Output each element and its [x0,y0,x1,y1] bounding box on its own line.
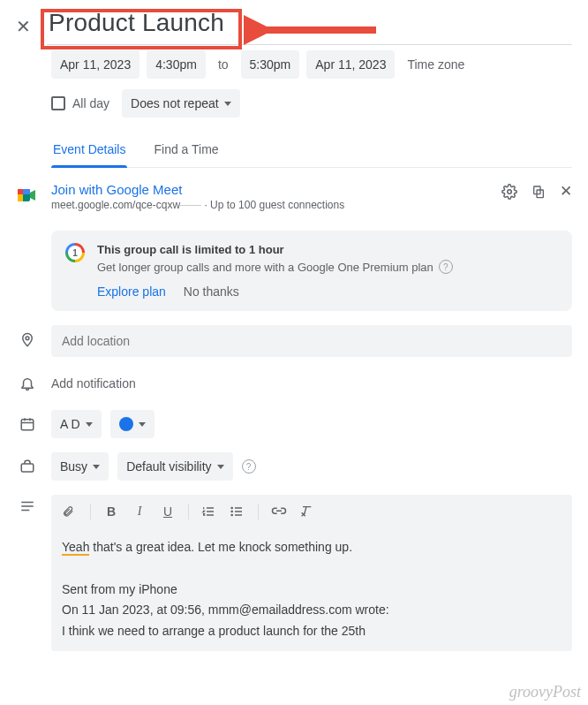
start-time-chip[interactable]: 4:30pm [147,50,206,79]
google-one-icon [65,243,85,262]
description-text[interactable]: Yeah that's a great idea. Let me knock s… [62,537,562,642]
notice-title: This group call is limited to 1 hour [97,243,558,256]
briefcase-icon [16,459,39,474]
color-select[interactable] [110,410,155,438]
help-icon[interactable]: ? [242,459,256,474]
svg-point-4 [508,189,512,193]
bell-icon [16,375,39,392]
chevron-down-icon [139,422,146,427]
chevron-down-icon [93,465,100,469]
description-box[interactable]: B I U Yeah that's a great idea. Let me k… [51,495,572,651]
google-meet-icon [16,182,39,203]
svg-rect-9 [21,464,34,472]
attachment-icon[interactable] [62,504,78,519]
visibility-dropdown[interactable]: Default visibility [117,452,232,481]
help-icon[interactable]: ? [439,260,453,274]
end-time-chip[interactable]: 5:30pm [241,50,300,79]
busy-dropdown[interactable]: Busy [51,452,109,481]
tab-find-a-time[interactable]: Find a Time [152,133,220,167]
timezone-link[interactable]: Time zone [402,50,470,79]
italic-icon[interactable]: I [132,504,147,519]
svg-rect-3 [18,189,23,194]
bold-icon[interactable]: B [103,504,119,519]
location-input[interactable] [51,325,572,357]
location-pin-icon [16,325,39,350]
repeat-dropdown[interactable]: Does not repeat [122,89,240,118]
copy-icon[interactable] [531,184,546,200]
add-notification-link[interactable]: Add notification [51,371,572,396]
allday-label: All day [71,96,117,110]
chevron-down-icon [224,102,231,106]
svg-rect-8 [21,420,34,430]
chevron-down-icon [217,465,224,469]
remove-meet-icon[interactable]: ✕ [560,182,572,201]
clear-format-icon[interactable] [299,504,315,519]
link-icon[interactable] [271,506,287,517]
calendar-icon [16,416,39,432]
start-date-chip[interactable]: Apr 11, 2023 [51,50,139,79]
svg-point-10 [231,507,232,508]
event-title-input[interactable] [47,7,572,42]
color-dot [119,417,133,431]
explore-plan-link[interactable]: Explore plan [97,284,166,299]
meet-url-text: meet.google.com/qce-cqxw—— · Up to 100 g… [51,199,344,211]
svg-point-11 [231,511,232,512]
svg-point-7 [26,337,29,340]
svg-point-12 [231,514,232,515]
end-date-chip[interactable]: Apr 11, 2023 [306,50,395,79]
chevron-down-icon [86,422,93,427]
notice-text: Get longer group calls and more with a G… [97,260,558,274]
calendar-select[interactable]: A D [51,410,102,438]
underline-icon[interactable]: U [160,504,176,519]
allday-checkbox[interactable] [51,96,65,110]
to-label: to [213,50,234,79]
watermark: groovyPost [509,683,581,701]
join-meet-link[interactable]: Join with Google Meet [51,182,344,197]
tab-event-details[interactable]: Event Details [51,133,127,167]
google-one-notice: This group call is limited to 1 hour Get… [51,231,572,311]
gear-icon[interactable] [501,184,517,200]
no-thanks-link[interactable]: No thanks [184,284,239,299]
close-icon[interactable]: ✕ [16,7,31,37]
bullet-list-icon[interactable] [230,505,245,518]
description-icon [16,495,39,512]
numbered-list-icon[interactable] [201,505,217,518]
